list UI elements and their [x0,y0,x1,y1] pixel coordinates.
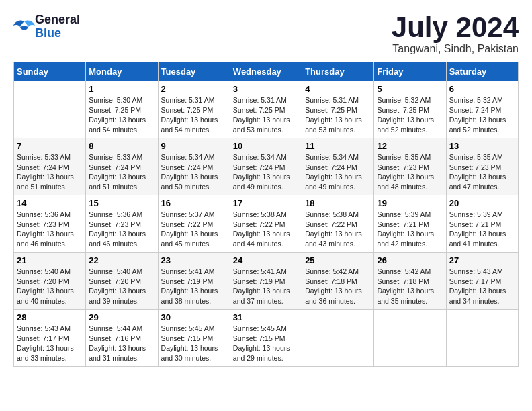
header-row: SundayMondayTuesdayWednesdayThursdayFrid… [14,62,519,81]
calendar-cell: 28Sunrise: 5:43 AMSunset: 7:17 PMDayligh… [14,310,86,367]
day-info: Sunrise: 5:35 AMSunset: 7:23 PMDaylight:… [377,152,443,192]
day-info: Sunrise: 5:42 AMSunset: 7:18 PMDaylight:… [377,267,443,306]
calendar-cell: 17Sunrise: 5:38 AMSunset: 7:22 PMDayligh… [230,195,302,253]
calendar-cell [14,81,86,138]
day-info: Sunrise: 5:41 AMSunset: 7:19 PMDaylight:… [161,267,227,306]
day-number: 1 [89,84,154,94]
day-number: 30 [161,312,227,322]
day-info: Sunrise: 5:32 AMSunset: 7:24 PMDaylight:… [449,95,515,135]
column-header-sunday: Sunday [14,62,86,81]
day-number: 16 [161,198,227,208]
column-header-friday: Friday [374,62,446,81]
column-header-monday: Monday [86,62,158,81]
day-number: 6 [449,84,515,94]
title-area: July 2024 Tangwani, Sindh, Pakistan [392,13,519,55]
page-header: General Blue July 2024 Tangwani, Sindh, … [13,13,519,55]
calendar-cell: 25Sunrise: 5:42 AMSunset: 7:18 PMDayligh… [302,253,374,310]
day-number: 28 [17,312,83,322]
day-number: 9 [161,141,227,151]
calendar-cell: 13Sunrise: 5:35 AMSunset: 7:23 PMDayligh… [446,138,518,195]
day-number: 7 [17,141,83,151]
day-number: 2 [161,84,227,94]
day-number: 17 [233,198,299,208]
calendar-cell: 10Sunrise: 5:34 AMSunset: 7:24 PMDayligh… [230,138,302,195]
calendar-cell: 15Sunrise: 5:36 AMSunset: 7:23 PMDayligh… [86,195,158,253]
day-info: Sunrise: 5:35 AMSunset: 7:23 PMDaylight:… [449,152,515,192]
calendar-cell: 16Sunrise: 5:37 AMSunset: 7:22 PMDayligh… [158,195,230,253]
day-number: 13 [449,141,515,151]
day-info: Sunrise: 5:36 AMSunset: 7:23 PMDaylight:… [17,210,83,249]
day-info: Sunrise: 5:33 AMSunset: 7:24 PMDaylight:… [17,152,83,192]
calendar-cell [302,310,374,367]
calendar-cell: 30Sunrise: 5:45 AMSunset: 7:15 PMDayligh… [158,310,230,367]
column-header-saturday: Saturday [446,62,518,81]
day-number: 22 [89,255,154,265]
month-title: July 2024 [392,13,519,42]
day-number: 14 [17,198,83,208]
day-number: 18 [305,198,371,208]
calendar-cell: 9Sunrise: 5:34 AMSunset: 7:24 PMDaylight… [158,138,230,195]
day-info: Sunrise: 5:30 AMSunset: 7:25 PMDaylight:… [89,95,154,135]
calendar-cell: 20Sunrise: 5:39 AMSunset: 7:21 PMDayligh… [446,195,518,253]
location: Tangwani, Sindh, Pakistan [392,43,519,55]
day-number: 5 [377,84,443,94]
calendar-cell [446,310,518,367]
day-number: 12 [377,141,443,151]
day-info: Sunrise: 5:37 AMSunset: 7:22 PMDaylight:… [161,210,227,249]
logo-icon [13,19,32,35]
day-info: Sunrise: 5:38 AMSunset: 7:22 PMDaylight:… [233,210,299,249]
calendar-cell: 11Sunrise: 5:34 AMSunset: 7:24 PMDayligh… [302,138,374,195]
calendar-cell: 3Sunrise: 5:31 AMSunset: 7:25 PMDaylight… [230,81,302,138]
logo: General Blue [13,13,80,40]
calendar-cell: 18Sunrise: 5:38 AMSunset: 7:22 PMDayligh… [302,195,374,253]
day-number: 21 [17,255,83,265]
day-info: Sunrise: 5:43 AMSunset: 7:17 PMDaylight:… [449,267,515,306]
calendar-cell: 29Sunrise: 5:44 AMSunset: 7:16 PMDayligh… [86,310,158,367]
day-info: Sunrise: 5:44 AMSunset: 7:16 PMDaylight:… [89,324,154,363]
day-info: Sunrise: 5:31 AMSunset: 7:25 PMDaylight:… [161,95,227,135]
day-number: 19 [377,198,443,208]
day-number: 8 [89,141,154,151]
calendar-cell: 2Sunrise: 5:31 AMSunset: 7:25 PMDaylight… [158,81,230,138]
day-number: 26 [377,255,443,265]
calendar-cell: 21Sunrise: 5:40 AMSunset: 7:20 PMDayligh… [14,253,86,310]
day-info: Sunrise: 5:45 AMSunset: 7:15 PMDaylight:… [161,324,227,363]
week-row-4: 28Sunrise: 5:43 AMSunset: 7:17 PMDayligh… [14,310,519,367]
day-number: 25 [305,255,371,265]
day-info: Sunrise: 5:42 AMSunset: 7:18 PMDaylight:… [305,267,371,306]
day-info: Sunrise: 5:43 AMSunset: 7:17 PMDaylight:… [17,324,83,363]
calendar-cell: 23Sunrise: 5:41 AMSunset: 7:19 PMDayligh… [158,253,230,310]
day-info: Sunrise: 5:41 AMSunset: 7:19 PMDaylight:… [233,267,299,306]
day-info: Sunrise: 5:34 AMSunset: 7:24 PMDaylight:… [305,152,371,192]
day-info: Sunrise: 5:31 AMSunset: 7:25 PMDaylight:… [305,95,371,135]
day-number: 20 [449,198,515,208]
day-info: Sunrise: 5:34 AMSunset: 7:24 PMDaylight:… [233,152,299,192]
calendar-cell: 26Sunrise: 5:42 AMSunset: 7:18 PMDayligh… [374,253,446,310]
column-header-thursday: Thursday [302,62,374,81]
day-info: Sunrise: 5:33 AMSunset: 7:24 PMDaylight:… [89,152,154,192]
day-info: Sunrise: 5:39 AMSunset: 7:21 PMDaylight:… [449,210,515,249]
week-row-2: 14Sunrise: 5:36 AMSunset: 7:23 PMDayligh… [14,195,519,253]
day-info: Sunrise: 5:38 AMSunset: 7:22 PMDaylight:… [305,210,371,249]
day-number: 11 [305,141,371,151]
day-number: 3 [233,84,299,94]
day-number: 10 [233,141,299,151]
column-header-tuesday: Tuesday [158,62,230,81]
calendar-cell: 27Sunrise: 5:43 AMSunset: 7:17 PMDayligh… [446,253,518,310]
day-info: Sunrise: 5:40 AMSunset: 7:20 PMDaylight:… [89,267,154,306]
day-number: 24 [233,255,299,265]
week-row-3: 21Sunrise: 5:40 AMSunset: 7:20 PMDayligh… [14,253,519,310]
day-info: Sunrise: 5:34 AMSunset: 7:24 PMDaylight:… [161,152,227,192]
calendar-cell: 19Sunrise: 5:39 AMSunset: 7:21 PMDayligh… [374,195,446,253]
calendar-cell: 6Sunrise: 5:32 AMSunset: 7:24 PMDaylight… [446,81,518,138]
column-header-wednesday: Wednesday [230,62,302,81]
calendar-cell: 31Sunrise: 5:45 AMSunset: 7:15 PMDayligh… [230,310,302,367]
day-info: Sunrise: 5:39 AMSunset: 7:21 PMDaylight:… [377,210,443,249]
week-row-1: 7Sunrise: 5:33 AMSunset: 7:24 PMDaylight… [14,138,519,195]
week-row-0: 1Sunrise: 5:30 AMSunset: 7:25 PMDaylight… [14,81,519,138]
day-number: 27 [449,255,515,265]
day-number: 4 [305,84,371,94]
calendar-cell: 22Sunrise: 5:40 AMSunset: 7:20 PMDayligh… [86,253,158,310]
calendar-table: SundayMondayTuesdayWednesdayThursdayFrid… [13,62,519,367]
day-number: 29 [89,312,154,322]
